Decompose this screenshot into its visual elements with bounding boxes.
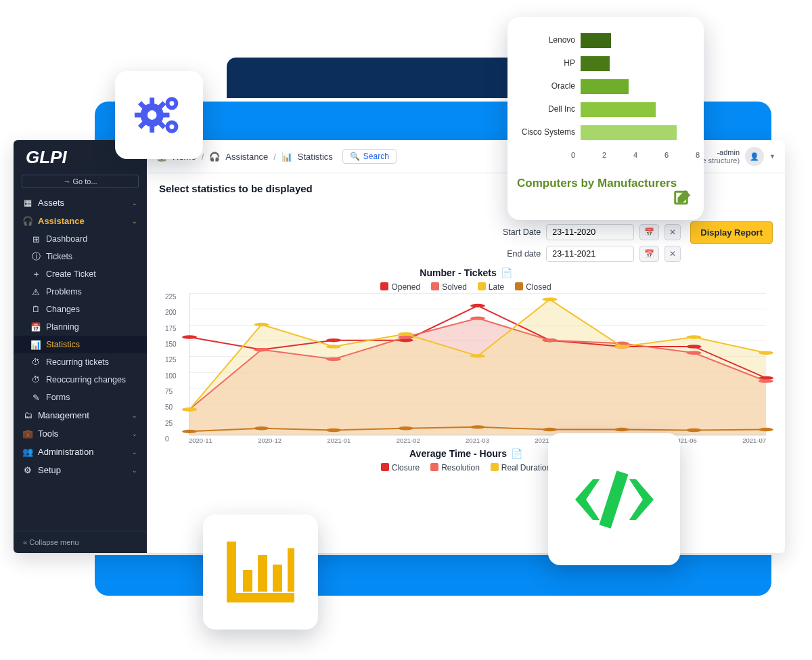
goto-button[interactable]: → Go to... [22, 175, 139, 188]
search-button[interactable]: 🔍 Search [342, 149, 397, 164]
user-chip[interactable]: -admin ree structure) 👤 ▼ [696, 147, 775, 166]
x-tick: 2021-07 [742, 437, 766, 444]
sidebar-item-planning[interactable]: 📅Planning [14, 318, 147, 336]
legend-swatch [430, 463, 438, 471]
edit-icon: ✎ [31, 393, 41, 402]
sidebar-item-label: Forms [46, 393, 70, 402]
sidebar-item-create-ticket[interactable]: ＋Create Ticket [14, 265, 147, 283]
y-tick: 150 [165, 340, 177, 348]
sidebar-section-label: Management [38, 410, 89, 420]
legend-swatch [380, 282, 388, 290]
legend-swatch [431, 282, 439, 290]
document-icon: 📄 [501, 267, 512, 278]
display-report-button[interactable]: Display Report [690, 221, 773, 244]
bar-card-title: Computers by Manufacturers [517, 177, 694, 190]
close-icon: ✕ [669, 249, 676, 259]
end-date-calendar-button[interactable]: 📅 [639, 246, 659, 262]
svg-rect-49 [288, 548, 294, 592]
decorative-card-gears [115, 71, 203, 159]
briefcase-icon: 💼 [23, 429, 32, 439]
x-tick: 0 [571, 151, 575, 163]
collapse-label: Collapse menu [29, 538, 78, 546]
svg-point-28 [254, 426, 269, 430]
sidebar-item-label: Create Ticket [46, 269, 96, 279]
sidebar-item-dashboard[interactable]: ⊞Dashboard [14, 230, 147, 248]
x-tick: 2021-03 [466, 437, 489, 444]
sidebar-item-label: Changes [46, 305, 80, 314]
chart1-plot: 0255075100125150175200225 [189, 293, 766, 435]
svg-point-21 [398, 332, 413, 336]
start-date-clear-button[interactable]: ✕ [664, 224, 681, 240]
chart-average-time: Average Time - Hours 📄 ClosureResolution… [159, 448, 773, 472]
sidebar-section-management[interactable]: 🗂Management⌄ [14, 406, 147, 424]
start-date-input[interactable] [546, 224, 634, 240]
sidebar-item-statistics[interactable]: 📊Statistics [14, 336, 147, 353]
start-date-calendar-button[interactable]: 📅 [639, 224, 659, 240]
sidebar-item-recurring-tickets[interactable]: ⏱Recurring tickets [14, 353, 147, 371]
y-tick: 100 [165, 372, 177, 379]
y-tick: 25 [165, 419, 173, 426]
sidebar-nav: ▦Assets⌄🎧Assistance⌄⊞DashboardⓘTickets＋C… [14, 194, 147, 531]
chart2-legend: ClosureResolutionReal Duration [159, 463, 773, 472]
decorative-card-chart-icon [203, 514, 318, 630]
sidebar-item-tickets[interactable]: ⓘTickets [14, 248, 147, 265]
x-tick: 2020-12 [258, 437, 281, 444]
bar-chart-axis: 02468 [571, 151, 700, 163]
breadcrumb-assistance[interactable]: Assistance [225, 152, 268, 162]
cogs-icon: ⚙ [23, 466, 32, 475]
chevron-down-icon: ⌄ [132, 431, 137, 437]
calendar-icon: 📅 [31, 322, 41, 332]
folder-icon: 🗂 [23, 411, 32, 420]
sidebar-section-label: Tools [38, 428, 58, 439]
stats-icon: 📊 [281, 152, 292, 162]
chevron-down-icon: ▼ [769, 153, 775, 160]
close-icon: ✕ [669, 227, 676, 237]
sidebar-section-tools[interactable]: 💼Tools⌄ [14, 424, 147, 443]
svg-point-27 [182, 430, 197, 433]
svg-point-37 [148, 110, 157, 120]
dashboard-icon: ⊞ [31, 234, 41, 244]
svg-point-33 [614, 428, 629, 431]
sidebar-item-forms[interactable]: ✎Forms [14, 389, 147, 406]
grid-icon: ▦ [23, 198, 32, 208]
sidebar-section-assets[interactable]: ▦Assets⌄ [14, 194, 147, 212]
bar [581, 102, 656, 117]
sidebar-item-label: Planning [46, 322, 79, 332]
svg-point-26 [759, 351, 773, 355]
svg-rect-47 [258, 555, 267, 592]
x-tick: 4 [633, 151, 637, 163]
edit-icon[interactable] [673, 188, 693, 211]
sidebar-item-label: Tickets [46, 252, 72, 261]
card-computers-by-manufacturers: LenovoHPOracleDell IncCisco Systems 0246… [508, 17, 704, 220]
sidebar: GLPI → Go to... ▦Assets⌄🎧Assistance⌄⊞Das… [14, 140, 147, 553]
crumb-sep: / [273, 152, 276, 162]
svg-point-34 [686, 428, 701, 432]
start-date-label: Start Date [503, 227, 541, 237]
sidebar-item-label: Problems [46, 287, 82, 296]
sidebar-section-assistance[interactable]: 🎧Assistance⌄ [14, 212, 147, 230]
svg-point-19 [254, 323, 269, 326]
end-date-clear-button[interactable]: ✕ [664, 246, 681, 262]
bar [581, 33, 611, 48]
chart1-title: Number - Tickets [420, 267, 496, 278]
sidebar-item-changes[interactable]: 🗒Changes [14, 301, 147, 318]
decorative-card-code [548, 433, 680, 565]
svg-point-29 [326, 428, 341, 432]
collapse-menu[interactable]: « Collapse menu [14, 531, 147, 553]
sidebar-section-setup[interactable]: ⚙Setup⌄ [14, 461, 147, 479]
bar-label: Lenovo [549, 35, 575, 45]
svg-point-2 [326, 338, 341, 342]
sidebar-item-problems[interactable]: ⚠Problems [14, 283, 147, 301]
svg-point-14 [542, 338, 557, 342]
legend-item: Solved [431, 282, 467, 292]
bar-label: Cisco Systems [522, 127, 575, 137]
y-tick: 225 [165, 293, 177, 301]
svg-point-0 [182, 335, 197, 338]
sidebar-item-reoccurring-changes[interactable]: ⏱Reoccurring changes [14, 371, 147, 389]
plus-icon: ＋ [31, 269, 41, 279]
chevron-down-icon: ⌄ [132, 412, 137, 419]
end-date-input[interactable] [546, 246, 634, 262]
sidebar-section-administration[interactable]: 👥Administration⌄ [14, 443, 147, 461]
search-icon: 🔍 [350, 152, 360, 161]
sidebar-section-label: Assistance [38, 216, 85, 226]
